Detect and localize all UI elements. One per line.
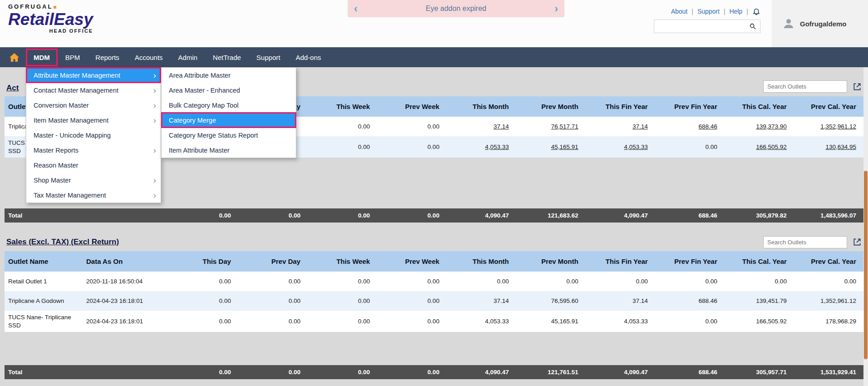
value-cell[interactable]: 130,634.95 xyxy=(794,140,863,154)
value-cell[interactable]: 76,517.71 xyxy=(516,120,586,134)
submenu-item-area-attribute-master[interactable]: Area Attribute Master xyxy=(162,68,296,83)
total-value-cell xyxy=(83,370,169,375)
main-nav: MDMBPMReportsAccountsAdminNetTradeSuppor… xyxy=(0,47,868,67)
value-cell[interactable]: 1,352,961.12 xyxy=(794,120,863,134)
table-header-row: Outlet NameData As OnThis DayPrev DayThi… xyxy=(5,251,863,272)
column-header-prev-month: Prev Month xyxy=(516,101,586,112)
attribute-master-submenu: Area Attribute MasterArea Master - Enhan… xyxy=(161,67,296,158)
dropdown-item-tax-master-management[interactable]: Tax Master Management› xyxy=(26,188,161,203)
column-header-prev-month: Prev Month xyxy=(516,256,586,267)
global-search-input[interactable] xyxy=(654,23,749,30)
section-sales: Sales (Excl. TAX) (Excl Return) Outlet N… xyxy=(5,233,863,379)
value-cell: 0.00 xyxy=(377,120,446,134)
value-cell[interactable]: 37.14 xyxy=(586,120,655,134)
submenu-item-category-merge[interactable]: Category Merge xyxy=(162,113,296,128)
total-value-cell: 1,483,596.07 xyxy=(794,209,863,223)
column-header-prev-day: Prev Day xyxy=(238,256,308,267)
dropdown-item-contact-master-management[interactable]: Contact Master Management› xyxy=(26,83,161,98)
total-value-cell: 0.00 xyxy=(308,366,377,379)
nav-item-support[interactable]: Support xyxy=(249,49,288,66)
data-as-on-cell: 2024-04-23 16:18:01 xyxy=(83,315,169,328)
nav-item-reports[interactable]: Reports xyxy=(88,49,127,66)
value-cell[interactable]: 4,053.33 xyxy=(446,140,516,154)
column-header-prev-fin-year: Prev Fin Year xyxy=(655,256,725,267)
logo-subtitle-text: HEAD OFFICE xyxy=(8,29,93,34)
total-value-cell: 0.00 xyxy=(377,209,446,223)
dropdown-item-attribute-master-management[interactable]: Attribute Master Management› xyxy=(26,68,161,83)
header-right-area: About | Support | Help | xyxy=(654,7,760,33)
menu-item-label: Master - Unicode Mapping xyxy=(34,132,111,139)
support-link[interactable]: Support xyxy=(697,8,720,15)
value-cell: 0.00 xyxy=(794,275,863,288)
column-header-prev-cal-year: Prev Cal. Year xyxy=(794,256,863,267)
chevron-right-icon: › xyxy=(153,176,156,184)
help-link[interactable]: Help xyxy=(730,8,743,15)
nav-item-nettrade[interactable]: NetTrade xyxy=(205,49,249,66)
value-cell: 0.00 xyxy=(238,275,308,288)
value-cell: 37.14 xyxy=(446,294,516,308)
chevron-right-icon: › xyxy=(153,71,156,79)
nav-items: MDMBPMReportsAccountsAdminNetTradeSuppor… xyxy=(26,49,329,66)
banner-next-icon[interactable]: › xyxy=(554,3,558,14)
outlet-search-input[interactable] xyxy=(763,80,847,93)
data-as-on-cell: 2020-11-18 16:50:04 xyxy=(83,275,169,288)
link-separator: | xyxy=(746,8,748,15)
submenu-item-bulk-category-map-tool[interactable]: Bulk Category Map Tool xyxy=(162,98,296,113)
total-value-cell: 688.46 xyxy=(655,366,725,379)
column-header-this-cal-year: This Cal. Year xyxy=(725,101,794,112)
outlet-search-input[interactable] xyxy=(763,236,847,248)
value-cell[interactable]: 37.14 xyxy=(446,120,516,134)
submenu-item-item-attribute-master[interactable]: Item Attribute Master xyxy=(162,143,296,158)
table-total-row: Total0.000.000.000.004,090.47121,761.514… xyxy=(5,365,863,379)
value-cell: 0.00 xyxy=(308,315,377,328)
dropdown-item-conversion-master[interactable]: Conversion Master› xyxy=(26,98,161,113)
total-value-cell: 688.46 xyxy=(655,209,725,223)
value-cell: 0.00 xyxy=(655,315,725,328)
column-header-prev-fin-year: Prev Fin Year xyxy=(655,101,725,112)
app-logo: GOFRUGAL RetailEasy HEAD OFFICE xyxy=(8,3,93,34)
total-value-cell: 4,090.47 xyxy=(446,209,516,223)
value-cell: 139,451.79 xyxy=(725,294,794,308)
value-cell: 166,505.92 xyxy=(725,315,794,328)
nav-item-bpm[interactable]: BPM xyxy=(58,49,88,66)
value-cell[interactable]: 4,053.33 xyxy=(586,140,655,154)
nav-item-mdm[interactable]: MDM xyxy=(26,49,58,66)
menu-item-label: Category Merge xyxy=(169,117,216,124)
value-cell: 0.00 xyxy=(308,294,377,308)
value-cell[interactable]: 166,505.92 xyxy=(725,140,794,154)
submenu-item-area-master-enhanced[interactable]: Area Master - Enhanced xyxy=(162,83,296,98)
menu-item-label: Attribute Master Management xyxy=(34,72,120,79)
value-cell: 0.00 xyxy=(516,275,586,288)
table-body: Retail Outlet 12020-11-18 16:50:040.000.… xyxy=(5,272,863,332)
chevron-right-icon: › xyxy=(153,191,156,199)
scrollbar-thumb[interactable] xyxy=(864,171,868,359)
user-menu[interactable]: Gofrugaldemo xyxy=(772,0,868,47)
chevron-right-icon: › xyxy=(153,146,156,154)
nav-item-accounts[interactable]: Accounts xyxy=(127,49,171,66)
total-value-cell: 0.00 xyxy=(169,209,238,223)
dropdown-item-master-reports[interactable]: Master Reports› xyxy=(26,143,161,158)
chevron-right-icon: › xyxy=(153,86,156,94)
nav-item-admin[interactable]: Admin xyxy=(171,49,206,66)
column-header-this-cal-year: This Cal. Year xyxy=(725,256,794,267)
open-in-new-icon[interactable] xyxy=(853,238,862,247)
home-icon[interactable] xyxy=(9,53,20,62)
dropdown-item-shop-master[interactable]: Shop Master› xyxy=(26,173,161,188)
value-cell: 0.00 xyxy=(308,120,377,134)
dropdown-item-reason-master[interactable]: Reason Master xyxy=(26,158,161,173)
bell-icon[interactable] xyxy=(752,7,760,15)
banner-prev-icon[interactable]: ‹ xyxy=(354,3,358,14)
about-link[interactable]: About xyxy=(671,8,688,15)
search-icon[interactable] xyxy=(749,23,756,30)
value-cell[interactable]: 688.46 xyxy=(655,120,725,134)
dropdown-item-item-master-management[interactable]: Item Master Management› xyxy=(26,113,161,128)
value-cell[interactable]: 139,373.90 xyxy=(725,120,794,134)
section-gap xyxy=(5,223,863,233)
column-header-prev-week: Prev Week xyxy=(377,256,446,267)
open-in-new-icon[interactable] xyxy=(853,82,862,91)
total-value-cell: 305,879.82 xyxy=(725,209,794,223)
value-cell[interactable]: 45,165.91 xyxy=(516,140,586,154)
nav-item-add-ons[interactable]: Add-ons xyxy=(288,49,329,66)
dropdown-item-master-unicode-mapping[interactable]: Master - Unicode Mapping xyxy=(26,128,161,143)
submenu-item-category-merge-status-report[interactable]: Category Merge Status Report xyxy=(162,128,296,143)
